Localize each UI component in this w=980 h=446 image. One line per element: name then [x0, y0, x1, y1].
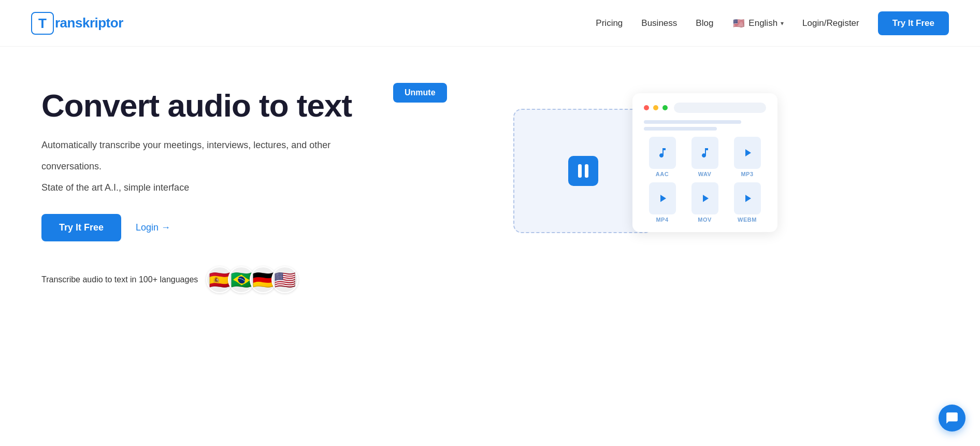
logo-icon: T: [31, 12, 54, 35]
logo-letter: T: [38, 17, 47, 30]
formats-text-lines: [644, 120, 766, 131]
mov-icon: [691, 182, 718, 214]
music-note-icon: [656, 147, 669, 159]
nav-pricing[interactable]: Pricing: [596, 18, 623, 28]
play-icon-webm: [741, 192, 754, 205]
format-mp3: MP3: [729, 137, 766, 177]
try-it-free-button-hero[interactable]: Try It Free: [41, 214, 121, 241]
format-webm: WEBM: [729, 182, 766, 223]
mp3-label: MP3: [741, 171, 753, 177]
aac-label: AAC: [656, 171, 669, 177]
hero-title: Convert audio to text: [41, 88, 352, 123]
browser-dot-green: [662, 105, 668, 110]
mp4-label: MP4: [656, 217, 668, 223]
browser-dot-red: [644, 105, 649, 110]
language-label: English: [748, 18, 777, 28]
webm-icon: [734, 182, 761, 214]
hero-left: Convert audio to text Automatically tran…: [41, 78, 352, 293]
chevron-down-icon: ▾: [781, 20, 784, 27]
languages-row: Transcribe audio to text in 100+ languag…: [41, 266, 352, 293]
hero-subtitle3: State of the art A.I., simple interface: [41, 180, 352, 195]
wav-label: WAV: [698, 171, 712, 177]
flags-group: 🇪🇸 🇧🇷 🇩🇪 🇺🇸: [206, 266, 298, 293]
wav-icon: [691, 137, 718, 169]
hero-illustration: Unmute: [352, 78, 939, 233]
pause-button[interactable]: [568, 156, 598, 186]
aac-icon: [649, 137, 676, 169]
flag-usa: 🇺🇸: [271, 266, 298, 293]
play-icon-mp4: [656, 192, 669, 205]
hero-buttons: Try It Free Login →: [41, 214, 352, 241]
login-register-link[interactable]: Login/Register: [802, 18, 859, 28]
logo[interactable]: T ranskriptor: [31, 12, 123, 35]
try-it-free-button-header[interactable]: Try It Free: [878, 11, 949, 35]
nav-blog[interactable]: Blog: [696, 18, 713, 28]
pause-icon: [578, 164, 588, 178]
mp3-icon: [734, 137, 761, 169]
text-line-2: [644, 127, 717, 131]
chat-icon: [945, 411, 959, 425]
text-line-1: [644, 120, 742, 124]
header: T ranskriptor Pricing Business Blog 🇺🇸 E…: [0, 0, 980, 47]
unmute-button[interactable]: Unmute: [393, 83, 447, 103]
pause-bar-left: [578, 164, 582, 178]
format-aac: AAC: [644, 137, 681, 177]
pause-bar-right: [585, 164, 588, 178]
nav-business[interactable]: Business: [641, 18, 677, 28]
browser-search-bar: [674, 103, 766, 113]
nav: Pricing Business Blog 🇺🇸 English ▾ Login…: [596, 11, 949, 35]
format-mp4: MP4: [644, 182, 681, 223]
logo-text: ranskriptor: [55, 15, 123, 31]
music-note-icon-wav: [699, 147, 711, 159]
format-wav: WAV: [686, 137, 724, 177]
format-mov: MOV: [686, 182, 724, 223]
formats-grid: AAC WAV MP3: [644, 137, 766, 223]
play-icon-mp3: [741, 147, 754, 159]
browser-bar: [644, 103, 766, 113]
hero-section: Convert audio to text Automatically tran…: [0, 47, 980, 314]
lang-text: Transcribe audio to text in 100+ languag…: [41, 275, 198, 284]
login-link-hero[interactable]: Login →: [136, 222, 170, 233]
mp4-icon: [649, 182, 676, 214]
webm-label: WEBM: [738, 217, 757, 223]
language-selector[interactable]: 🇺🇸 English ▾: [732, 17, 784, 30]
chat-bubble-button[interactable]: [939, 405, 965, 431]
hero-subtitle1: Automatically transcribe your meetings, …: [41, 138, 352, 153]
play-icon-mov: [699, 192, 711, 205]
us-flag-icon: 🇺🇸: [732, 17, 745, 30]
hero-subtitle2: conversations.: [41, 159, 352, 174]
browser-dot-yellow: [653, 105, 658, 110]
formats-card: AAC WAV MP3: [632, 93, 777, 232]
mov-label: MOV: [698, 217, 712, 223]
